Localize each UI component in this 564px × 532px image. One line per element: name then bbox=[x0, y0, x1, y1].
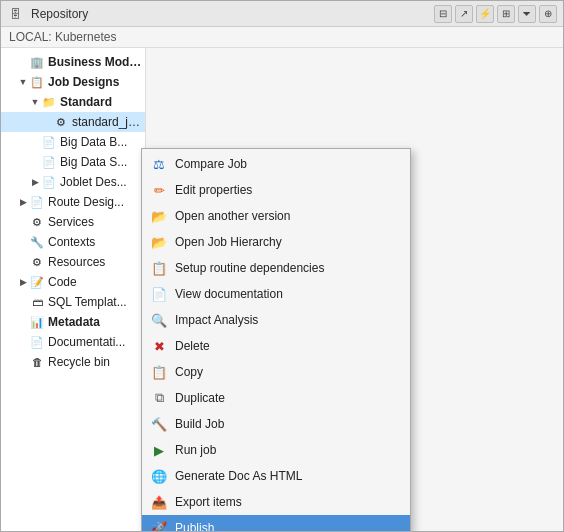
minimize-icon[interactable]: ⊟ bbox=[434, 5, 452, 23]
big-data-b-icon: 📄 bbox=[41, 134, 57, 150]
setup-routine-icon: 📋 bbox=[150, 259, 168, 277]
menu-item-delete[interactable]: ✖ Delete bbox=[142, 333, 410, 359]
arrow-contexts bbox=[17, 236, 29, 248]
tree-item-standard[interactable]: ▼ 📁 Standard bbox=[1, 92, 145, 112]
menu-label-delete: Delete bbox=[175, 339, 210, 353]
tree-item-sql-templa[interactable]: 🗃 SQL Templat... bbox=[1, 292, 145, 312]
context-menu: ⚖ Compare Job ✏ Edit properties 📂 Open a… bbox=[141, 148, 411, 531]
menu-item-compare-job[interactable]: ⚖ Compare Job bbox=[142, 151, 410, 177]
menu-item-impact-analysis[interactable]: 🔍 Impact Analysis bbox=[142, 307, 410, 333]
tree-label-sql-templa: SQL Templat... bbox=[48, 295, 127, 309]
tree-item-business-models[interactable]: 🏢 Business Models bbox=[1, 52, 145, 72]
tree-item-joblet-des[interactable]: ▶ 📄 Joblet Des... bbox=[1, 172, 145, 192]
tree-item-code[interactable]: ▶ 📝 Code bbox=[1, 272, 145, 292]
view-documentation-icon: 📄 bbox=[150, 285, 168, 303]
arrow-standard-job bbox=[41, 116, 53, 128]
menu-label-build-job: Build Job bbox=[175, 417, 224, 431]
tree-item-documenta[interactable]: 📄 Documentati... bbox=[1, 332, 145, 352]
arrow-job-designs: ▼ bbox=[17, 76, 29, 88]
tree-item-contexts[interactable]: 🔧 Contexts bbox=[1, 232, 145, 252]
tree-item-big-data-b[interactable]: 📄 Big Data B... bbox=[1, 132, 145, 152]
open-job-hierarchy-icon: 📂 bbox=[150, 233, 168, 251]
recycle-bin-icon: 🗑 bbox=[29, 354, 45, 370]
title-bar: 🗄 Repository ⊟ ↗ ⚡ ⊞ ⏷ ⊕ bbox=[1, 1, 563, 27]
big-data-s-icon: 📄 bbox=[41, 154, 57, 170]
menu-item-publish[interactable]: 🚀 Publish bbox=[142, 515, 410, 531]
grid-icon[interactable]: ⊞ bbox=[497, 5, 515, 23]
menu-item-generate-doc[interactable]: 🌐 Generate Doc As HTML bbox=[142, 463, 410, 489]
joblet-des-icon: 📄 bbox=[41, 174, 57, 190]
repo-icon: 🗄 bbox=[7, 6, 23, 22]
arrow-documenta bbox=[17, 336, 29, 348]
tree-label-contexts: Contexts bbox=[48, 235, 95, 249]
arrow-big-data-b bbox=[29, 136, 41, 148]
run-job-icon: ▶ bbox=[150, 441, 168, 459]
menu-item-open-another-version[interactable]: 📂 Open another version bbox=[142, 203, 410, 229]
tree-label-services: Services bbox=[48, 215, 94, 229]
menu-label-compare-job: Compare Job bbox=[175, 157, 247, 171]
tree-item-metadata[interactable]: 📊 Metadata bbox=[1, 312, 145, 332]
menu-label-publish: Publish bbox=[175, 521, 214, 531]
menu-item-view-documentation[interactable]: 📄 View documentation bbox=[142, 281, 410, 307]
standard-icon: 📁 bbox=[41, 94, 57, 110]
menu-item-copy[interactable]: 📋 Copy bbox=[142, 359, 410, 385]
tree-label-big-data-s: Big Data S... bbox=[60, 155, 127, 169]
menu-label-copy: Copy bbox=[175, 365, 203, 379]
menu-label-setup-routine: Setup routine dependencies bbox=[175, 261, 324, 275]
menu-item-duplicate[interactable]: ⧉ Duplicate bbox=[142, 385, 410, 411]
main-window: 🗄 Repository ⊟ ↗ ⚡ ⊞ ⏷ ⊕ LOCAL: Kubernet… bbox=[0, 0, 564, 532]
arrow-code: ▶ bbox=[17, 276, 29, 288]
dropdown-icon[interactable]: ⏷ bbox=[518, 5, 536, 23]
code-icon: 📝 bbox=[29, 274, 45, 290]
menu-label-generate-doc: Generate Doc As HTML bbox=[175, 469, 302, 483]
impact-analysis-icon: 🔍 bbox=[150, 311, 168, 329]
tree-item-standard-job[interactable]: ⚙ standard_job_0.1 bbox=[1, 112, 145, 132]
arrow-standard: ▼ bbox=[29, 96, 41, 108]
arrow-resources bbox=[17, 256, 29, 268]
menu-label-run-job: Run job bbox=[175, 443, 216, 457]
route-desi-icon: 📄 bbox=[29, 194, 45, 210]
job-designs-icon: 📋 bbox=[29, 74, 45, 90]
documenta-icon: 📄 bbox=[29, 334, 45, 350]
tree-item-recycle-bin[interactable]: 🗑 Recycle bin bbox=[1, 352, 145, 372]
tree-label-route-desi: Route Desig... bbox=[48, 195, 124, 209]
export-items-icon: 📤 bbox=[150, 493, 168, 511]
menu-label-view-documentation: View documentation bbox=[175, 287, 283, 301]
window-title: Repository bbox=[31, 7, 88, 21]
tree-item-big-data-s[interactable]: 📄 Big Data S... bbox=[1, 152, 145, 172]
tree-label-standard: Standard bbox=[60, 95, 112, 109]
arrow-business-models bbox=[17, 56, 29, 68]
lightning-icon[interactable]: ⚡ bbox=[476, 5, 494, 23]
arrow-route-desi: ▶ bbox=[17, 196, 29, 208]
tree-item-job-designs[interactable]: ▼ 📋 Job Designs bbox=[1, 72, 145, 92]
arrow-services bbox=[17, 216, 29, 228]
breadcrumb: LOCAL: Kubernetes bbox=[1, 27, 563, 48]
menu-item-edit-properties[interactable]: ✏ Edit properties bbox=[142, 177, 410, 203]
tree-item-services[interactable]: ⚙ Services bbox=[1, 212, 145, 232]
tree-label-documenta: Documentati... bbox=[48, 335, 125, 349]
menu-item-open-job-hierarchy[interactable]: 📂 Open Job Hierarchy bbox=[142, 229, 410, 255]
metadata-icon: 📊 bbox=[29, 314, 45, 330]
arrow-metadata bbox=[17, 316, 29, 328]
menu-item-build-job[interactable]: 🔨 Build Job bbox=[142, 411, 410, 437]
tree-item-resources[interactable]: ⚙ Resources bbox=[1, 252, 145, 272]
arrow-recycle-bin bbox=[17, 356, 29, 368]
arrow-big-data-s bbox=[29, 156, 41, 168]
tree-label-joblet-des: Joblet Des... bbox=[60, 175, 127, 189]
publish-icon: 🚀 bbox=[150, 519, 168, 531]
tree-label-job-designs: Job Designs bbox=[48, 75, 119, 89]
menu-item-run-job[interactable]: ▶ Run job bbox=[142, 437, 410, 463]
business-models-icon: 🏢 bbox=[29, 54, 45, 70]
menu-label-open-job-hierarchy: Open Job Hierarchy bbox=[175, 235, 282, 249]
menu-label-duplicate: Duplicate bbox=[175, 391, 225, 405]
tree-item-route-desi[interactable]: ▶ 📄 Route Desig... bbox=[1, 192, 145, 212]
sql-templa-icon: 🗃 bbox=[29, 294, 45, 310]
menu-item-setup-routine[interactable]: 📋 Setup routine dependencies bbox=[142, 255, 410, 281]
standard-job-icon: ⚙ bbox=[53, 114, 69, 130]
generate-doc-icon: 🌐 bbox=[150, 467, 168, 485]
maximize-icon[interactable]: ⊕ bbox=[539, 5, 557, 23]
tree-label-recycle-bin: Recycle bin bbox=[48, 355, 110, 369]
menu-item-export-items[interactable]: 📤 Export items bbox=[142, 489, 410, 515]
link-icon[interactable]: ↗ bbox=[455, 5, 473, 23]
open-another-version-icon: 📂 bbox=[150, 207, 168, 225]
